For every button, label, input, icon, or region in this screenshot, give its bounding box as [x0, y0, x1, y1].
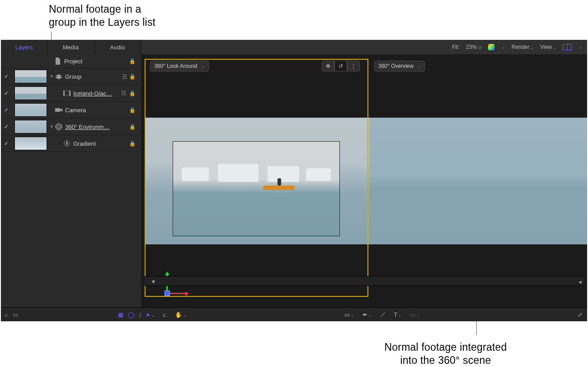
chevron-down-icon: ⌄	[502, 45, 505, 49]
lock-icon[interactable]: 🔒	[129, 124, 138, 130]
fit-label: Fit:	[452, 44, 460, 50]
layer-row-clip[interactable]: ✓ Iceland-Glac… ⛓ 🔒	[1, 85, 141, 102]
3d-transform-tool-icon[interactable]: ⟀	[163, 311, 167, 318]
mini-timeline[interactable]	[145, 276, 583, 286]
viewer-right-scene	[369, 118, 587, 244]
layer-name: Gradient	[73, 140, 129, 147]
mask-tool-icon[interactable]: ▭⌄	[410, 311, 420, 318]
camera-menu-left[interactable]: 360° Look Around ⌄	[150, 61, 209, 71]
lock-icon[interactable]: 🔒	[129, 91, 138, 96]
generator-icon	[63, 140, 71, 147]
layer-thumbnail	[14, 103, 47, 117]
color-channels-icon[interactable]	[488, 44, 494, 50]
svg-rect-2	[69, 91, 71, 96]
callout-360-scene: Normal footage integrated into the 360° …	[306, 341, 586, 367]
chevron-down-icon: ⌄	[579, 45, 583, 49]
visibility-checkbox[interactable]: ✓	[1, 124, 12, 130]
lock-icon[interactable]: 🔒	[129, 74, 138, 80]
canvas-toolbar: ➤⌄ ⟀ ✋⌄ ▭⌄ ✒⌄ ／ T⌄ ▭⌄ ⤢	[141, 307, 587, 321]
visibility-checkbox[interactable]: ✓	[1, 90, 12, 96]
canvas-area: 360° Look Around ⌄ ✥ ↺ ⋮ 360° Overview ⌄…	[141, 54, 587, 308]
layer-row-360-environment[interactable]: ✓ ▼ 360° Environm… 🔒	[1, 119, 141, 135]
svg-point-5	[56, 125, 62, 128]
blend-icon[interactable]: ☰	[122, 73, 129, 80]
more-icon[interactable]: ⋮	[347, 61, 360, 71]
select-tool-icon[interactable]: ➤⌄	[146, 311, 155, 318]
orbit-tool-icon[interactable]: ↺	[334, 61, 347, 71]
gear-icon[interactable]: ◯	[128, 311, 135, 318]
lock-icon[interactable]: 🔒	[129, 141, 138, 147]
viewer-control-segments: ✥ ↺ ⋮	[322, 61, 360, 71]
svg-rect-3	[55, 108, 60, 112]
layer-thumbnail	[14, 70, 47, 83]
layer-row-camera[interactable]: ✓ Camera 🔒	[1, 102, 141, 119]
app-window: Layers Media Audio Fit: 23%◇ ⌄ Render⌄ V…	[1, 40, 587, 321]
sidebar-tab-bar: Layers Media Audio	[1, 40, 141, 55]
tab-audio[interactable]: Audio	[94, 40, 141, 54]
camera-menu-right[interactable]: 360° Overview ⌄	[374, 61, 425, 71]
canvas-top-bar: Fit: 23%◇ ⌄ Render⌄ View⌄ ⌄	[141, 40, 587, 55]
text-tool-icon[interactable]: T⌄	[394, 311, 402, 318]
pan-tool-icon[interactable]: ✥	[322, 61, 334, 71]
layer-name[interactable]: Iceland-Glac…	[73, 90, 121, 97]
lock-icon[interactable]: 🔒	[129, 107, 138, 113]
tab-media[interactable]: Media	[47, 40, 94, 54]
layer-row-group[interactable]: ✓ ▼ Group ☰ 🔒	[1, 68, 141, 85]
viewer-left[interactable]	[145, 59, 368, 297]
visibility-checkbox[interactable]: ✓	[1, 107, 12, 113]
layer-thumbnail	[14, 120, 47, 133]
playhead-marker[interactable]: ▾	[152, 278, 157, 286]
view-menu[interactable]: View⌄	[540, 44, 556, 50]
layer-name: Group	[65, 73, 122, 80]
pan-tool-icon[interactable]: ✋⌄	[175, 311, 187, 318]
svg-point-4	[56, 124, 62, 130]
pen-tool-icon[interactable]: ✒⌄	[362, 311, 372, 318]
search-icon[interactable]: ⌕	[5, 311, 8, 318]
video-clip-icon	[63, 90, 71, 97]
fit-value[interactable]: 23%◇	[466, 44, 482, 50]
disclosure-triangle-icon[interactable]: ▼	[50, 124, 53, 129]
camera-icon	[55, 106, 62, 114]
layer-name: Camera	[65, 107, 129, 114]
layer-thumbnail	[14, 137, 47, 150]
visibility-checkbox[interactable]: ✓	[1, 140, 12, 147]
tab-layers[interactable]: Layers	[1, 40, 47, 54]
layer-row-gradient[interactable]: ✓ Gradient 🔒	[1, 135, 141, 152]
render-menu[interactable]: Render⌄	[512, 44, 534, 50]
layer-name[interactable]: 360° Environm…	[65, 124, 129, 130]
camera-menu-label: 360° Overview	[378, 63, 414, 69]
checker-icon[interactable]: ▦	[118, 311, 123, 318]
group-icon	[55, 73, 62, 80]
chevron-down-icon: ⌄	[417, 64, 421, 68]
disclosure-triangle-icon[interactable]: ▼	[50, 74, 53, 79]
svg-point-6	[57, 124, 60, 130]
chevron-down-icon: ⌄	[201, 64, 205, 68]
layer-thumbnail	[14, 86, 47, 100]
svg-rect-1	[63, 91, 65, 96]
frame-icon[interactable]: ▭	[13, 311, 18, 318]
paint-tool-icon[interactable]: ／	[380, 310, 386, 319]
visibility-checkbox[interactable]: ✓	[1, 73, 12, 80]
layers-sidebar: Project 🔒 ✓ ▼ Group ☰ 🔒 ✓ Iceland-Glac… …	[1, 54, 141, 308]
360-environment-icon	[55, 123, 62, 130]
end-marker[interactable]: ◂	[579, 278, 582, 285]
project-icon	[54, 57, 61, 65]
sidebar-footer: ⌕ ▭ ▦ ◯ ▤	[1, 307, 148, 321]
callout-layers-list: Normal footage in a group in the Layers …	[49, 3, 212, 29]
fullscreen-icon[interactable]: ⤢	[578, 311, 583, 318]
rectangle-tool-icon[interactable]: ▭⌄	[344, 311, 354, 318]
viewer-layout-icon[interactable]	[563, 44, 572, 50]
layer-row-project[interactable]: Project 🔒	[1, 54, 141, 68]
layer-name: Project	[64, 58, 129, 65]
link-icon[interactable]: ⛓	[121, 90, 129, 96]
lock-icon[interactable]: 🔒	[129, 58, 138, 64]
camera-menu-label: 360° Look Around	[154, 63, 198, 69]
